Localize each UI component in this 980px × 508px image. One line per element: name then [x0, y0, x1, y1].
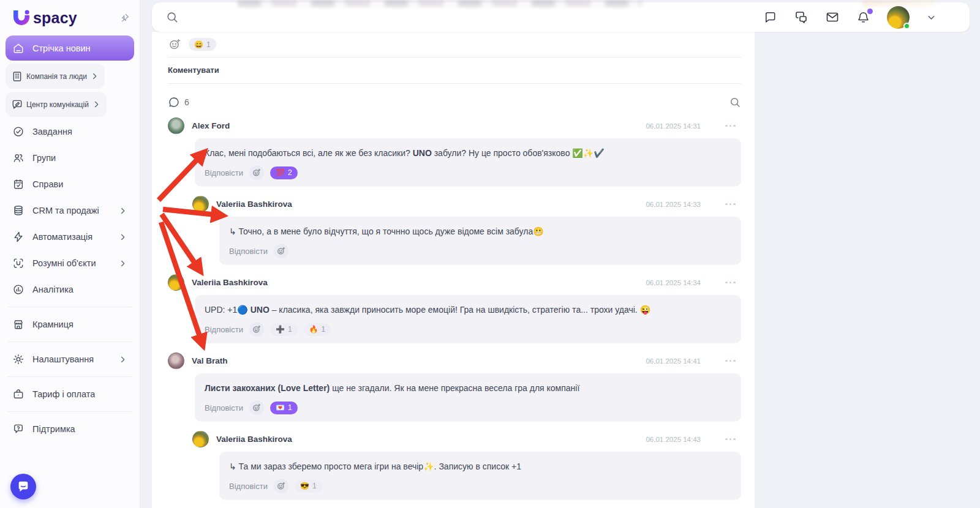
more-options-icon[interactable]	[725, 282, 741, 284]
support-icon	[12, 423, 24, 435]
chats-icon[interactable]	[794, 10, 809, 24]
online-status-dot	[903, 23, 910, 29]
sidebar-item-smart-objects[interactable]: Розумні об'єкти	[6, 252, 134, 275]
post-reactions-row: 😄 1	[168, 32, 741, 51]
sidebar-item-label: Тариф і оплата	[32, 389, 95, 399]
chevron-right-icon	[118, 206, 127, 215]
more-options-icon[interactable]	[725, 360, 741, 362]
sidebar-item-billing[interactable]: Тариф і оплата	[6, 383, 134, 406]
chevron-right-icon	[118, 233, 127, 242]
comment-bubble: UPD: +1🔵 UNO – класика, яка завжди прино…	[195, 295, 741, 343]
sidebar-item-tasks[interactable]: Завдання	[6, 120, 134, 143]
more-options-icon[interactable]	[725, 125, 741, 127]
reaction-pill[interactable]: 😎1	[295, 480, 322, 493]
sidebar: spacy Стрічка новинКомпанія та людиЦентр…	[0, 0, 140, 508]
sidebar-item-label: Справи	[32, 179, 63, 189]
reaction-count: 2	[288, 168, 292, 177]
comment-avatar[interactable]	[168, 274, 184, 291]
reply-button[interactable]: Відповісти	[205, 168, 243, 177]
more-options-icon[interactable]	[725, 203, 741, 206]
comment-header: Valeriia Bashkirova06.01.2025 14:34	[168, 274, 741, 291]
bell-icon[interactable]	[856, 10, 870, 24]
analytics-icon	[12, 283, 24, 296]
comment-avatar[interactable]	[192, 196, 209, 212]
comment-text: Листи закоханих (Love Letter) ще не згад…	[205, 382, 731, 395]
reaction-emoji: 😎	[300, 482, 309, 490]
smiley-plus-icon[interactable]	[249, 322, 264, 337]
sidebar-item-crm-sales[interactable]: CRM та продажі	[6, 199, 134, 222]
comment-avatar[interactable]	[192, 431, 209, 447]
task-icon	[12, 125, 24, 138]
post-reaction-pill[interactable]: 😄 1	[189, 38, 216, 51]
sidebar-item-automation[interactable]: Автоматизація	[6, 225, 134, 248]
support-chat-fab[interactable]	[10, 474, 36, 499]
reply-button[interactable]: Відповісти	[229, 482, 268, 491]
divider	[168, 57, 741, 58]
comment-header: Valeriia Bashkirova06.01.2025 14:33	[192, 196, 741, 212]
smiley-plus-icon[interactable]	[168, 37, 182, 51]
comment-author: Alex Ford	[192, 121, 230, 130]
sidebar-item-settings[interactable]: Налаштування	[6, 348, 134, 371]
comment-author: Valeriia Bashkirova	[216, 200, 292, 209]
smiley-plus-icon[interactable]	[249, 400, 264, 415]
comment-author: Valeriia Bashkirova	[216, 435, 292, 444]
comment-bubble: ↳ Та ми зараз зберемо просто мега ігри н…	[219, 452, 741, 500]
smiley-plus-icon[interactable]	[274, 479, 288, 493]
sidebar-item-analytics[interactable]: Аналітика	[6, 278, 134, 301]
reaction-pill[interactable]: 💯2	[270, 166, 298, 179]
sidebar-item-activities[interactable]: Справи	[6, 173, 134, 196]
more-options-icon[interactable]	[725, 438, 741, 441]
reply-button[interactable]: Відповісти	[205, 325, 243, 334]
reaction-count: 1	[312, 482, 317, 490]
chevron-right-icon	[90, 72, 99, 81]
comment-avatar[interactable]	[168, 118, 184, 134]
comments-search-icon[interactable]	[729, 96, 741, 108]
comment-bubble: Листи закоханих (Love Letter) ще не згад…	[195, 373, 741, 422]
sidebar-item-support[interactable]: Підтримка	[6, 417, 134, 441]
notification-dot	[867, 9, 873, 14]
comment-count-icon	[168, 96, 180, 108]
sidebar-item-marketplace[interactable]: Крамниця	[6, 313, 134, 336]
sidebar-item-comm-center[interactable]: Центр комунікацій	[6, 92, 107, 117]
comment: Valeriia Bashkirova06.01.2025 14:43↳ Та …	[168, 431, 741, 500]
blurred-region	[238, 0, 642, 7]
comment: Val Brath06.01.2025 14:41Листи закоханих…	[168, 353, 741, 422]
sidebar-item-groups[interactable]: Групи	[6, 146, 134, 170]
comment-actions: Відповісти💌1	[205, 400, 731, 415]
pin-icon[interactable]	[119, 13, 130, 23]
chevron-right-icon	[92, 100, 101, 109]
chevron-down-icon[interactable]	[926, 12, 937, 23]
sidebar-nav: Стрічка новинКомпанія та людиЦентр комун…	[0, 32, 140, 441]
mail-icon[interactable]	[825, 10, 840, 24]
comment: Valeriia Bashkirova06.01.2025 14:33↳ Точ…	[168, 196, 741, 265]
sidebar-item-label: Компанія та люди	[26, 72, 87, 81]
sidebar-divider	[8, 411, 132, 412]
sidebar-item-label: Автоматизація	[32, 232, 92, 242]
user-avatar[interactable]	[887, 6, 910, 29]
search-icon[interactable]	[165, 10, 179, 24]
comment-text: ↳ Та ми зараз зберемо просто мега ігри н…	[229, 460, 731, 473]
settings-icon	[12, 353, 24, 365]
comment-timestamp: 06.01.2025 14:33	[646, 201, 701, 208]
smiley-plus-icon[interactable]	[249, 165, 264, 180]
comm-icon	[11, 99, 23, 111]
sidebar-item-news-feed[interactable]: Стрічка новин	[6, 35, 134, 61]
comment-actions: Відповісти💯2	[205, 165, 731, 180]
comment-timestamp: 06.01.2025 14:31	[646, 122, 701, 130]
chat-icon[interactable]	[763, 10, 777, 24]
reaction-pill[interactable]: 🔥1	[304, 323, 331, 336]
sidebar-item-company-people[interactable]: Компанія та люди	[6, 64, 105, 89]
sidebar-item-label: Розумні об'єкти	[32, 258, 96, 268]
smart-icon	[12, 257, 24, 269]
sidebar-item-label: Крамниця	[32, 319, 74, 329]
post-card: 😄 1 Коментувати 6 Alex Ford06.01.2025 14…	[152, 32, 755, 508]
sidebar-item-label: Аналітика	[32, 285, 74, 294]
reply-button[interactable]: Відповісти	[205, 403, 243, 413]
reaction-pill[interactable]: 💌1	[270, 402, 298, 414]
comments-header: 6	[168, 96, 741, 108]
comment-button[interactable]: Коментувати	[168, 58, 219, 83]
reply-button[interactable]: Відповісти	[229, 247, 268, 256]
smiley-plus-icon[interactable]	[274, 244, 288, 258]
comment-avatar[interactable]	[168, 353, 184, 369]
reaction-pill[interactable]: ➕1	[270, 323, 298, 336]
